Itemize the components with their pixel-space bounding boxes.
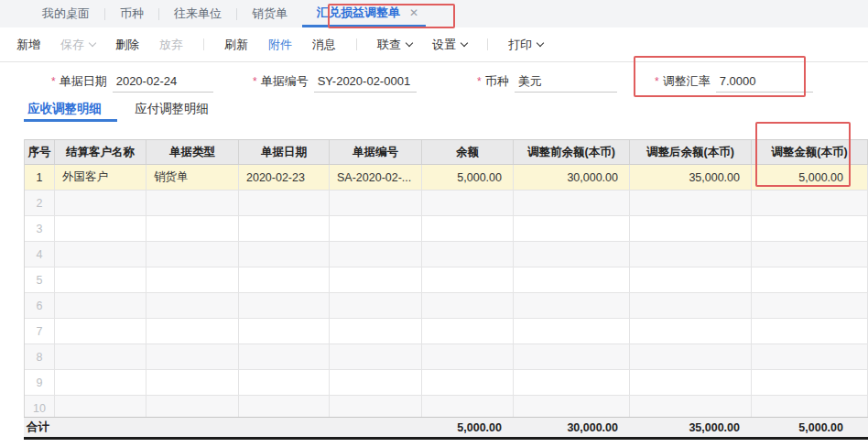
cell-adjust-local[interactable]: 5,000.00 [752,165,868,190]
table-cell[interactable] [146,319,239,343]
link-query-button[interactable]: 联查 [377,37,412,53]
row-number[interactable]: 4 [25,242,55,267]
table-cell[interactable] [752,396,868,417]
table-cell[interactable] [514,344,630,369]
table-cell[interactable] [146,242,239,267]
table-cell[interactable] [514,319,630,343]
table-cell[interactable] [55,370,146,395]
table-cell[interactable] [239,344,330,369]
doc-number-input[interactable]: SY-2020-02-0001 [314,71,417,93]
table-cell[interactable] [239,370,330,395]
table-cell[interactable] [630,216,752,241]
doc-date-input[interactable]: 2020-02-24 [113,71,213,93]
row-number[interactable]: 8 [25,344,55,369]
table-cell[interactable] [514,396,630,417]
cell-before-local[interactable]: 30,000.00 [514,165,630,190]
tab-exchange-adjustment[interactable]: 汇兑损益调整单 ✕ [302,0,426,27]
horizontal-scrollbar[interactable] [24,437,868,440]
cell-doc-type[interactable]: 销货单 [146,165,239,190]
table-cell[interactable] [752,319,868,343]
row-number[interactable]: 2 [25,191,55,215]
settings-button[interactable]: 设置 [432,37,467,53]
table-cell[interactable] [422,293,514,318]
table-cell[interactable] [422,216,514,241]
cell-doc-no[interactable]: SA-2020-02-... [330,165,422,190]
cell-customer[interactable]: 外国客户 [55,165,146,190]
table-cell[interactable] [239,267,330,292]
row-number[interactable]: 5 [25,267,55,292]
table-cell[interactable] [330,242,422,267]
delete-button[interactable]: 删除 [115,37,139,53]
table-cell[interactable] [55,242,146,267]
table-cell[interactable] [146,370,239,395]
table-cell[interactable] [630,344,752,369]
row-number[interactable]: 1 [25,165,55,190]
table-cell[interactable] [330,319,422,343]
table-cell[interactable] [630,267,752,292]
tab-receivable-detail[interactable]: 应收调整明细 [27,101,102,117]
tab-sales-order[interactable]: 销货单 [237,0,302,27]
new-button[interactable]: 新增 [16,37,40,53]
table-cell[interactable] [146,216,239,241]
table-cell[interactable] [239,216,330,241]
table-cell[interactable] [630,191,752,215]
table-cell[interactable] [422,344,514,369]
row-number[interactable]: 7 [25,319,55,343]
tab-partners[interactable]: 往来单位 [159,0,236,27]
table-cell[interactable] [330,267,422,292]
table-cell[interactable] [422,191,514,215]
table-cell[interactable] [630,242,752,267]
table-cell[interactable] [55,267,146,292]
row-number[interactable]: 9 [25,370,55,395]
tab-payable-detail[interactable]: 应付调整明细 [135,101,209,117]
adjust-rate-input[interactable]: 7.0000 [716,71,813,93]
table-cell[interactable] [330,191,422,215]
table-cell[interactable] [55,344,146,369]
refresh-button[interactable]: 刷新 [224,37,248,53]
table-cell[interactable] [239,396,330,417]
table-cell[interactable] [55,293,146,318]
tab-currency[interactable]: 币种 [105,0,158,27]
table-cell[interactable] [752,370,868,395]
table-cell[interactable] [752,242,868,267]
table-cell[interactable] [146,293,239,318]
table-cell[interactable] [752,293,868,318]
table-cell[interactable] [146,396,239,417]
table-cell[interactable] [55,216,146,241]
table-cell[interactable] [422,267,514,292]
table-cell[interactable] [514,216,630,241]
table-cell[interactable] [422,319,514,343]
table-cell[interactable] [752,216,868,241]
table-cell[interactable] [146,344,239,369]
save-button[interactable]: 保存 [60,37,95,53]
table-cell[interactable] [330,396,422,417]
table-cell[interactable] [239,293,330,318]
message-button[interactable]: 消息 [312,37,336,53]
table-cell[interactable] [422,370,514,395]
table-cell[interactable] [514,370,630,395]
table-cell[interactable] [422,242,514,267]
table-cell[interactable] [239,319,330,343]
currency-input[interactable]: 美元 [515,71,617,93]
attachment-button[interactable]: 附件 [268,37,292,53]
table-cell[interactable] [630,370,752,395]
table-cell[interactable] [752,344,868,369]
close-icon[interactable]: ✕ [409,6,418,19]
tab-my-desktop[interactable]: 我的桌面 [27,0,104,27]
cell-after-local[interactable]: 35,000.00 [630,165,752,190]
row-number[interactable]: 10 [25,396,55,417]
table-cell[interactable] [630,396,752,417]
table-cell[interactable] [630,293,752,318]
table-cell[interactable] [55,191,146,215]
table-cell[interactable] [330,344,422,369]
table-cell[interactable] [55,396,146,417]
table-cell[interactable] [752,267,868,292]
cell-balance[interactable]: 5,000.00 [422,165,514,190]
table-cell[interactable] [514,293,630,318]
table-cell[interactable] [330,216,422,241]
table-cell[interactable] [146,191,239,215]
abandon-button[interactable]: 放弃 [159,37,183,53]
table-cell[interactable] [752,191,868,215]
table-cell[interactable] [630,319,752,343]
table-cell[interactable] [55,319,146,343]
